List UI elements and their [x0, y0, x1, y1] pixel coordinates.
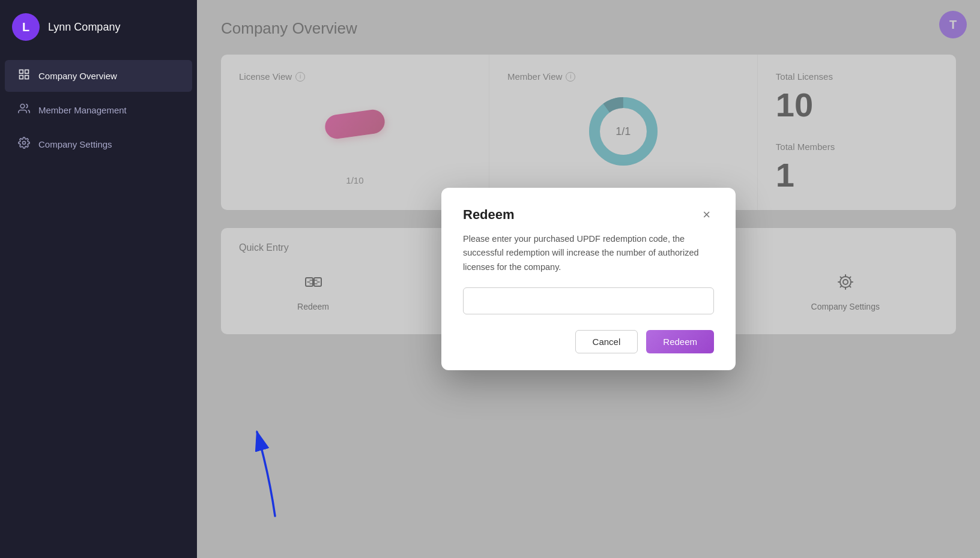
- svg-rect-3: [25, 76, 29, 79]
- svg-point-4: [20, 104, 25, 109]
- cancel-button[interactable]: Cancel: [575, 330, 638, 353]
- redeem-modal: Redeem × Please enter your purchased UPD…: [441, 188, 736, 370]
- modal-footer: Cancel Redeem: [463, 330, 714, 353]
- svg-rect-2: [20, 76, 23, 79]
- arrow-annotation: [221, 414, 293, 522]
- sidebar-header: L Lynn Company: [0, 0, 197, 54]
- svg-rect-0: [20, 70, 23, 74]
- main-content: T Company Overview License View i 1/10: [197, 0, 980, 558]
- member-management-icon: [18, 103, 30, 118]
- svg-rect-1: [25, 70, 29, 74]
- sidebar-item-member-management-label: Member Management: [38, 105, 127, 115]
- sidebar-item-company-overview[interactable]: Company Overview: [5, 60, 192, 92]
- sidebar-item-company-overview-label: Company Overview: [38, 71, 117, 81]
- company-settings-icon: [18, 137, 30, 152]
- modal-overlay: Redeem × Please enter your purchased UPD…: [197, 0, 980, 558]
- sidebar-item-company-settings[interactable]: Company Settings: [5, 128, 192, 160]
- modal-title: Redeem: [463, 207, 515, 223]
- sidebar-item-member-management[interactable]: Member Management: [5, 94, 192, 126]
- company-overview-icon: [18, 68, 30, 83]
- modal-description: Please enter your purchased UPDF redempt…: [463, 232, 714, 274]
- sidebar: L Lynn Company Company Overview Member M…: [0, 0, 197, 558]
- modal-close-button[interactable]: ×: [699, 207, 714, 223]
- modal-header: Redeem ×: [463, 207, 714, 223]
- svg-point-5: [23, 142, 26, 145]
- company-name: Lynn Company: [48, 21, 120, 34]
- company-avatar: L: [12, 13, 40, 41]
- sidebar-item-company-settings-label: Company Settings: [38, 139, 112, 149]
- redemption-code-input[interactable]: [463, 287, 714, 314]
- redeem-button[interactable]: Redeem: [646, 330, 714, 353]
- sidebar-nav: Company Overview Member Management Compa…: [0, 54, 197, 166]
